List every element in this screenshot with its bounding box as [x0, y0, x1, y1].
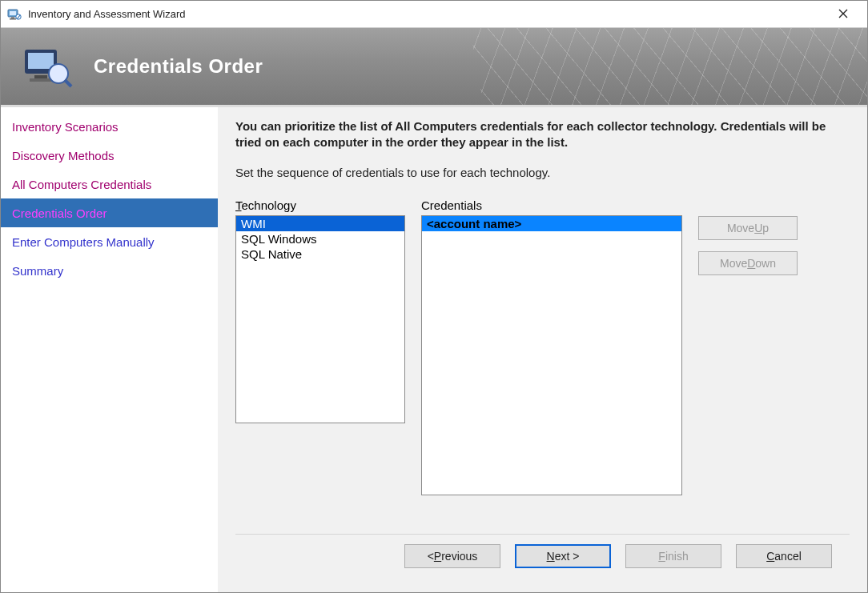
previous-button[interactable]: < Previous: [404, 544, 500, 568]
technology-item[interactable]: SQL Windows: [236, 231, 404, 246]
svg-rect-8: [30, 78, 52, 82]
page-heading: You can prioritize the list of All Compu…: [235, 118, 828, 151]
svg-line-10: [65, 80, 71, 86]
credentials-column: Credentials <account name>: [421, 198, 682, 495]
window-title: Inventory and Assessment Wizard: [28, 8, 826, 20]
banner: Credentials Order: [1, 28, 867, 107]
page-subtext: Set the sequence of credentials to use f…: [235, 166, 850, 179]
svg-rect-3: [10, 18, 16, 20]
credentials-item[interactable]: <account name>: [422, 216, 681, 231]
move-down-button[interactable]: Move Down: [698, 251, 798, 275]
cancel-button[interactable]: Cancel: [736, 544, 832, 568]
nav-summary[interactable]: Summary: [1, 256, 218, 285]
move-up-button[interactable]: Move Up: [698, 216, 798, 240]
nav-inventory-scenarios[interactable]: Inventory Scenarios: [1, 112, 218, 141]
banner-title: Credentials Order: [94, 55, 263, 78]
credentials-label: Credentials: [421, 198, 682, 212]
nav-credentials-order[interactable]: Credentials Order: [1, 198, 218, 227]
technology-label: Technology: [235, 198, 405, 212]
technology-item[interactable]: WMI: [236, 216, 404, 231]
nav-enter-computers-manually[interactable]: Enter Computers Manually: [1, 227, 218, 256]
title-bar: Inventory and Assessment Wizard: [1, 1, 867, 28]
close-button[interactable]: [826, 4, 861, 25]
technology-item[interactable]: SQL Native: [236, 246, 404, 262]
svg-rect-1: [10, 11, 16, 15]
credentials-list[interactable]: <account name>: [421, 215, 682, 495]
columns: Technology WMI SQL Windows SQL Native Cr…: [235, 198, 850, 495]
content-pane: You can prioritize the list of All Compu…: [218, 107, 867, 592]
next-button[interactable]: Next >: [515, 544, 611, 568]
nav-all-computers-credentials[interactable]: All Computers Credentials: [1, 170, 218, 198]
app-icon: [7, 7, 22, 22]
reorder-buttons: Move Up Move Down: [698, 198, 798, 495]
technology-column: Technology WMI SQL Windows SQL Native: [235, 198, 405, 495]
finish-button[interactable]: Finish: [625, 544, 721, 568]
body: Inventory Scenarios Discovery Methods Al…: [1, 107, 867, 592]
technology-list[interactable]: WMI SQL Windows SQL Native: [235, 215, 405, 423]
sidebar: Inventory Scenarios Discovery Methods Al…: [1, 107, 218, 592]
banner-decoration: [468, 28, 867, 107]
footer: < Previous Next > Finish Cancel: [235, 535, 850, 581]
wizard-icon: [22, 45, 73, 88]
svg-rect-6: [28, 53, 54, 69]
nav-discovery-methods[interactable]: Discovery Methods: [1, 141, 218, 170]
svg-rect-7: [34, 75, 47, 78]
svg-rect-2: [11, 17, 14, 18]
wizard-window: Inventory and Assessment Wizard Credenti…: [0, 0, 868, 593]
